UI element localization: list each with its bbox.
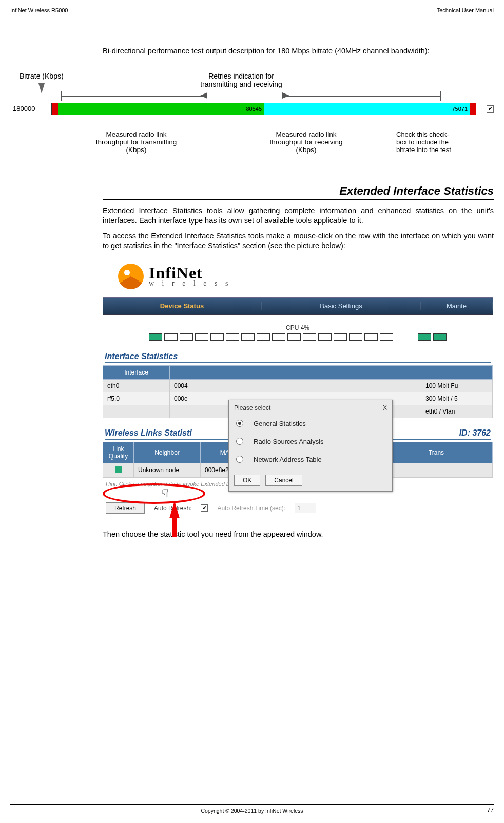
retries-tx-segment <box>52 103 58 115</box>
logo: InfiNet w i r e l e s s <box>103 258 493 297</box>
cpu-cell-right <box>418 333 431 341</box>
iface-mac: 000e <box>170 392 226 405</box>
cpu-cell <box>226 333 239 341</box>
cpu-cell <box>257 333 270 341</box>
cpu-cell <box>164 333 178 341</box>
rx-throughput-segment: 75071 <box>264 103 470 115</box>
popup-option-radio-sources[interactable]: Radio Sources Analysis <box>234 433 387 451</box>
col-mode <box>421 365 493 379</box>
cpu-cell <box>349 333 362 341</box>
popup-option-general[interactable]: General Statistics <box>234 415 387 433</box>
cpu-usage-bars <box>103 333 493 341</box>
cpu-cell <box>210 333 224 341</box>
interface-statistics-title: Interface Statistics <box>105 352 491 363</box>
cpu-label: CPU 4% <box>103 324 493 331</box>
section-rule <box>103 199 494 200</box>
bitrate-value: 180000 <box>10 105 51 113</box>
throughput-bar: 80545 75071 <box>51 103 476 115</box>
bracket-cap <box>440 91 441 101</box>
bitrate-include-checkbox[interactable]: ✔ <box>487 105 494 113</box>
col-trans: Trans <box>380 442 493 463</box>
device-status-screenshot: InfiNet w i r e l e s s Device Status Ba… <box>103 258 493 514</box>
bracket-line <box>62 96 205 97</box>
radio-icon[interactable] <box>236 438 243 445</box>
bracket-line <box>282 96 441 97</box>
closing-paragraph: Then choose the statistic tool you need … <box>103 530 494 538</box>
iface-name: rf5.0 <box>103 392 170 405</box>
cpu-cell <box>272 333 285 341</box>
header-left: InfiNet Wireless R5000 <box>10 7 68 13</box>
cpu-cell <box>380 333 393 341</box>
cpu-cell <box>334 333 347 341</box>
red-arrow-shaft <box>172 514 177 537</box>
auto-refresh-time-input[interactable]: 1 <box>295 503 316 513</box>
cpu-cell <box>364 333 378 341</box>
arrow-right-icon <box>282 92 289 99</box>
col-neighbor: Neighbor <box>134 442 201 463</box>
popup-option-network-address[interactable]: Network Address Table <box>234 451 387 469</box>
table-row[interactable]: eth0 0004 100 Mbit Fu <box>103 379 493 392</box>
tx-throughput-label: Measured radio link throughput for trans… <box>51 130 221 154</box>
popup-cancel-button[interactable]: Cancel <box>265 475 302 486</box>
cpu-cell <box>195 333 208 341</box>
popup-title: Please select <box>234 404 270 412</box>
header-right: Technical User Manual <box>437 7 494 13</box>
checkbox-label: Check this check- box to include the bit… <box>391 130 494 154</box>
throughput-test-diagram: Bitrate (Kbps) Retries indication for tr… <box>10 72 494 154</box>
col-blank <box>226 365 421 379</box>
cpu-cell <box>241 333 255 341</box>
section-heading: Extended Interface Statistics <box>103 184 494 198</box>
tx-throughput-segment: 80545 <box>58 103 264 115</box>
auto-refresh-time-label: Auto Refresh Time (sec): <box>217 504 285 512</box>
arrow-left-icon <box>200 92 207 99</box>
iface-name: eth0 <box>103 379 170 392</box>
nav-bar: Device Status Basic Settings Mainte <box>103 297 493 315</box>
wl-neighbor: Unknown node <box>134 463 201 477</box>
wireless-links-id: ID: 3762 <box>459 428 491 438</box>
refresh-button[interactable]: Refresh <box>106 502 145 514</box>
rx-throughput-label: Measured radio link throughput for recei… <box>221 130 391 154</box>
iface-mode: eth0 / Vlan <box>421 405 493 418</box>
cpu-cell-right <box>433 333 447 341</box>
logo-brand: InfiNet <box>149 266 231 280</box>
retries-rx-segment <box>470 103 476 115</box>
statistics-popup: Please select X General Statistics Radio… <box>228 400 393 492</box>
cpu-cell <box>287 333 301 341</box>
col-link-quality: Link Quality <box>103 442 134 463</box>
wireless-links-title: Wireless Links Statisti <box>105 428 192 438</box>
popup-option-label: Radio Sources Analysis <box>254 438 324 445</box>
tab-basic-settings[interactable]: Basic Settings <box>262 302 421 310</box>
popup-ok-button[interactable]: OK <box>234 475 260 486</box>
popup-option-label: General Statistics <box>254 420 306 427</box>
popup-option-label: Network Address Table <box>254 456 322 463</box>
popup-close-button[interactable]: X <box>383 404 387 412</box>
radio-icon[interactable] <box>236 420 243 427</box>
auto-refresh-checkbox[interactable]: ✔ <box>201 504 208 512</box>
retries-label: Retries indication for transmitting and … <box>182 72 300 88</box>
bitrate-label: Bitrate (Kbps) <box>20 72 64 80</box>
footer-copyright: Copyright © 2004-2011 by InfiNet Wireles… <box>201 808 303 814</box>
section-para-1: Extended Interface Statistics tools allo… <box>103 206 494 226</box>
iface-mode: 100 Mbit Fu <box>421 379 493 392</box>
footer-page-number: 77 <box>487 807 494 814</box>
iface-mac: 0004 <box>170 379 226 392</box>
tab-maintenance[interactable]: Mainte <box>421 302 493 310</box>
col-interface: Interface <box>103 365 170 379</box>
col-mac <box>170 365 226 379</box>
intro-paragraph: Bi-directional performance test output d… <box>103 46 494 57</box>
link-quality-indicator <box>115 466 122 473</box>
logo-subtext: w i r e l e s s <box>149 280 231 287</box>
logo-swirl-icon <box>118 264 144 289</box>
cpu-cell <box>180 333 193 341</box>
hand-cursor-icon: ☟ <box>162 487 168 500</box>
tab-device-status[interactable]: Device Status <box>103 302 262 310</box>
cpu-cell <box>318 333 332 341</box>
section-para-2: To access the Extended Interface Statist… <box>103 231 494 251</box>
arrow-down-icon <box>38 83 45 93</box>
radio-icon[interactable] <box>236 456 243 463</box>
cpu-cell <box>149 333 162 341</box>
iface-mode: 300 Mbit / 5 <box>421 392 493 405</box>
cpu-cell <box>303 333 316 341</box>
bracket-cap <box>61 91 62 101</box>
